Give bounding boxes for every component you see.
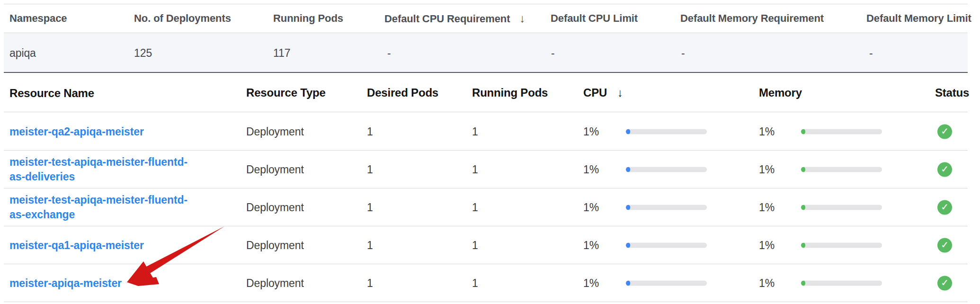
namespace-summary-row: apiqa 125 117 - - - - bbox=[4, 34, 968, 73]
column-header-resource-type[interactable]: Resource Type bbox=[246, 86, 326, 99]
running-pods-cell: 1 bbox=[472, 277, 478, 289]
resource-name-link-annotated[interactable]: meister-apiqa-meister bbox=[9, 276, 195, 290]
cpu-usage-bar-fill bbox=[626, 242, 630, 248]
resource-type-cell: Deployment bbox=[246, 125, 304, 138]
column-header-status[interactable]: Status bbox=[935, 86, 969, 99]
table-row: meister-apiqa-meister Deployment 1 1 1% … bbox=[4, 264, 968, 302]
default-cpu-limit-cell: - bbox=[551, 46, 555, 59]
resource-name-link[interactable]: meister-qa1-apiqa-meister bbox=[9, 238, 195, 252]
column-header-desired-pods[interactable]: Desired Pods bbox=[367, 86, 438, 99]
memory-usage-bar-fill bbox=[801, 129, 805, 134]
column-header-deployments[interactable]: No. of Deployments bbox=[134, 12, 231, 25]
cpu-usage-bar bbox=[626, 280, 707, 286]
cpu-usage-bar bbox=[626, 129, 707, 134]
running-pods-cell: 1 bbox=[472, 201, 478, 214]
default-memory-requirement-cell: - bbox=[681, 46, 685, 59]
memory-usage-value: 1% bbox=[759, 201, 775, 214]
table-row: meister-qa1-apiqa-meister Deployment 1 1… bbox=[4, 226, 968, 264]
memory-usage-value: 1% bbox=[759, 277, 775, 289]
resource-name-link[interactable]: meister-test-apiqa-meister-fluentd-as-ex… bbox=[9, 193, 195, 222]
memory-usage-bar-fill bbox=[801, 242, 805, 248]
column-header-label: CPU bbox=[583, 86, 607, 99]
cpu-usage-bar-fill bbox=[626, 167, 630, 172]
cpu-usage-bar-fill bbox=[626, 129, 630, 134]
column-header-running-pods[interactable]: Running Pods bbox=[472, 86, 548, 99]
running-pods-count-cell: 117 bbox=[273, 46, 290, 59]
column-header-label: Default CPU Requirement bbox=[384, 13, 510, 25]
running-pods-cell: 1 bbox=[472, 125, 478, 138]
namespace-table-header: Namespace No. of Deployments Running Pod… bbox=[4, 4, 968, 33]
memory-usage-bar bbox=[801, 205, 882, 210]
cpu-usage-bar-fill bbox=[626, 280, 630, 286]
cpu-usage-bar bbox=[626, 167, 707, 172]
column-header-default-cpu-limit[interactable]: Default CPU Limit bbox=[551, 12, 638, 25]
cpu-usage-value: 1% bbox=[583, 201, 599, 214]
cpu-usage-bar-fill bbox=[626, 205, 630, 210]
status-healthy-check-icon bbox=[937, 276, 952, 290]
column-header-namespace[interactable]: Namespace bbox=[9, 12, 67, 25]
memory-usage-bar-fill bbox=[801, 280, 805, 286]
column-header-default-memory-requirement[interactable]: Default Memory Requirement bbox=[680, 12, 824, 25]
default-memory-limit-cell: - bbox=[869, 46, 873, 59]
memory-usage-bar bbox=[801, 242, 882, 248]
table-row: meister-test-apiqa-meister-fluentd-as-ex… bbox=[4, 188, 968, 226]
resource-type-cell: Deployment bbox=[246, 201, 304, 214]
cpu-usage-value: 1% bbox=[583, 277, 599, 289]
desired-pods-cell: 1 bbox=[367, 201, 373, 214]
sort-descending-icon: ↓ bbox=[519, 12, 525, 25]
cpu-usage-bar bbox=[626, 242, 707, 248]
memory-usage-bar bbox=[801, 129, 882, 134]
running-pods-cell: 1 bbox=[472, 239, 478, 251]
resource-table-body: meister-qa2-apiqa-meister Deployment 1 1… bbox=[4, 113, 968, 302]
running-pods-cell: 1 bbox=[472, 163, 478, 176]
status-healthy-check-icon bbox=[937, 162, 952, 177]
desired-pods-cell: 1 bbox=[367, 239, 373, 251]
resource-table-header: Resource Name Resource Type Desired Pods… bbox=[4, 74, 968, 112]
column-header-cpu[interactable]: CPU↓ bbox=[583, 86, 623, 99]
cpu-usage-value: 1% bbox=[583, 125, 599, 138]
status-healthy-check-icon bbox=[937, 124, 952, 139]
desired-pods-cell: 1 bbox=[367, 277, 373, 289]
column-header-resource-name[interactable]: Resource Name bbox=[9, 86, 195, 100]
memory-usage-bar-fill bbox=[801, 205, 805, 210]
default-cpu-requirement-cell: - bbox=[387, 46, 391, 59]
namespace-name-cell: apiqa bbox=[9, 46, 36, 59]
sort-descending-icon: ↓ bbox=[617, 86, 623, 99]
cpu-usage-bar bbox=[626, 205, 707, 210]
memory-usage-bar-fill bbox=[801, 167, 805, 172]
resource-name-link[interactable]: meister-qa2-apiqa-meister bbox=[9, 124, 195, 139]
namespace-detail-page: Namespace No. of Deployments Running Pod… bbox=[0, 0, 980, 304]
memory-usage-value: 1% bbox=[759, 163, 775, 176]
resource-type-cell: Deployment bbox=[246, 277, 304, 289]
memory-usage-bar bbox=[801, 167, 882, 172]
column-header-default-memory-limit[interactable]: Default Memory Limit bbox=[866, 12, 971, 25]
status-healthy-check-icon bbox=[937, 200, 952, 215]
memory-usage-value: 1% bbox=[759, 125, 775, 138]
column-header-default-cpu-requirement[interactable]: Default CPU Requirement↓ bbox=[384, 12, 525, 25]
table-row: meister-qa2-apiqa-meister Deployment 1 1… bbox=[4, 113, 968, 151]
cpu-usage-value: 1% bbox=[583, 163, 599, 176]
column-header-memory[interactable]: Memory bbox=[759, 86, 802, 99]
desired-pods-cell: 1 bbox=[367, 125, 373, 138]
resource-name-link[interactable]: meister-test-apiqa-meister-fluentd-as-de… bbox=[9, 155, 195, 184]
table-row: meister-test-apiqa-meister-fluentd-as-de… bbox=[4, 151, 968, 188]
desired-pods-cell: 1 bbox=[367, 163, 373, 176]
column-header-running-pods[interactable]: Running Pods bbox=[273, 12, 343, 25]
resource-type-cell: Deployment bbox=[246, 239, 304, 251]
resource-type-cell: Deployment bbox=[246, 163, 304, 176]
cpu-usage-value: 1% bbox=[583, 239, 599, 251]
memory-usage-value: 1% bbox=[759, 239, 775, 251]
deployments-count-cell: 125 bbox=[134, 46, 152, 59]
status-healthy-check-icon bbox=[937, 238, 952, 252]
memory-usage-bar bbox=[801, 280, 882, 286]
